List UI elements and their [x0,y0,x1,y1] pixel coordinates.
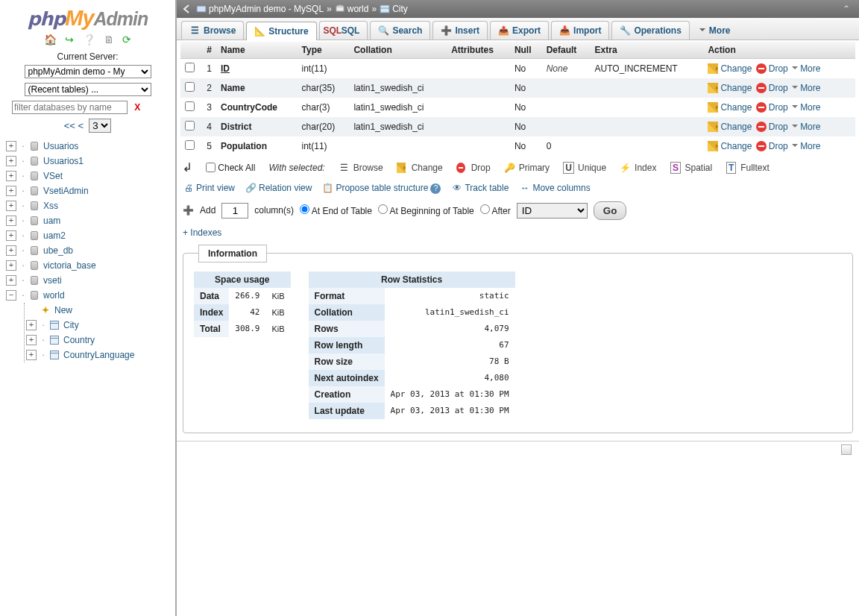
tree-expander[interactable]: + [6,230,16,241]
column-name[interactable]: Population [221,141,267,151]
tab-import[interactable]: 📥Import [551,21,609,40]
sql-doc-icon[interactable]: 🗎 [104,34,114,45]
after-column-select[interactable]: ID [517,203,588,219]
column-name[interactable]: ID [221,63,230,74]
ws-index[interactable]: ⚡Index [620,162,656,173]
ws-browse[interactable]: ☰Browse [339,162,383,173]
tree-item-vsetiadmin[interactable]: VsetiAdmin [43,186,89,196]
reload-icon[interactable]: ⟳ [122,34,131,45]
tree-item-vset[interactable]: VSet [43,171,63,181]
tree-expander[interactable]: + [6,156,16,166]
row-checkbox[interactable] [185,121,195,131]
tab-browse[interactable]: ☰Browse [181,21,244,40]
tree-expander[interactable]: + [26,320,37,330]
tree-item-usuarios[interactable]: Usuarios [43,141,78,151]
drop-link[interactable]: Drop [756,141,788,151]
column-name[interactable]: District [221,122,251,132]
at-end-radio[interactable] [300,204,309,214]
breadcrumb-table[interactable]: City [392,4,408,14]
indexes-toggle[interactable]: + Indexes [183,227,221,238]
filter-databases-input[interactable] [12,101,128,114]
tree-expander[interactable]: + [26,335,37,345]
more-link[interactable]: More [792,141,820,151]
breadcrumb-database[interactable]: world [347,4,369,14]
change-link[interactable]: Change [708,102,752,113]
relation-view-link[interactable]: 🔗Relation view [245,182,312,193]
logo[interactable]: phpMyAdmin [0,0,175,32]
tree-expander[interactable]: + [6,171,16,181]
tree-expander[interactable]: + [6,216,16,226]
tree-item-new[interactable]: New [54,305,72,315]
recent-tables-select[interactable]: (Recent tables) ... [25,83,151,96]
tree-expander[interactable]: + [6,141,16,151]
tab-insert[interactable]: ➕Insert [432,21,488,40]
go-button[interactable]: Go [594,201,627,220]
column-name[interactable]: CountryCode [221,102,277,113]
tab-structure[interactable]: 📐Structure [246,22,316,40]
tree-item-usuarios1[interactable]: Usuarios1 [43,156,84,166]
logout-icon[interactable]: ↪ [65,34,74,45]
back-icon[interactable] [181,4,192,14]
tree-item-countrylanguage[interactable]: CountryLanguage [63,350,134,360]
tab-export[interactable]: 📤Export [490,21,549,40]
pager-prev[interactable]: << < [64,120,84,131]
tree-expander[interactable]: + [6,275,16,286]
check-all-checkbox[interactable] [206,163,215,172]
home-icon[interactable]: 🏠 [44,34,57,45]
tree-item-ube_db[interactable]: ube_db [43,245,73,256]
add-count-input[interactable] [221,203,248,219]
tree-item-vseti[interactable]: vseti [43,275,62,286]
column-name[interactable]: Name [221,83,245,93]
breadcrumb-server[interactable]: phpMyAdmin demo - MySQL [209,4,324,14]
tree-item-uam[interactable]: uam [43,216,60,226]
row-checkbox[interactable] [185,101,195,111]
ws-primary[interactable]: 🔑Primary [504,162,550,173]
ws-drop[interactable]: Drop [456,162,491,173]
window-toggle-icon[interactable] [841,444,852,455]
help-icon[interactable]: ❔ [83,34,95,45]
more-link[interactable]: More [792,83,820,93]
ws-change[interactable]: Change [397,162,443,173]
drop-link[interactable]: Drop [756,83,788,93]
change-link[interactable]: Change [708,83,752,93]
tree-item-uam2[interactable]: uam2 [43,230,66,241]
tree-expander[interactable]: + [26,350,37,360]
tree-expander[interactable]: + [6,245,16,256]
tree-expander[interactable]: + [6,201,16,211]
collapse-caret-icon[interactable]: ⌃ [838,4,855,14]
tree-item-city[interactable]: City [63,320,79,330]
row-checkbox[interactable] [185,140,195,150]
drop-link[interactable]: Drop [756,122,788,132]
ws-spatial[interactable]: SSpatial [670,162,712,173]
at-begin-radio[interactable] [378,204,388,214]
help-icon[interactable]: ? [430,183,441,194]
more-link[interactable]: More [792,122,820,132]
print-view-link[interactable]: 🖨Print view [183,182,235,193]
tree-item-country[interactable]: Country [63,335,95,345]
change-link[interactable]: Change [708,63,752,74]
more-link[interactable]: More [792,102,820,113]
change-link[interactable]: Change [708,141,752,151]
ws-unique[interactable]: UUnique [563,162,606,173]
more-link[interactable]: More [792,63,820,74]
pager-page-select[interactable]: 3 [89,119,111,133]
row-checkbox[interactable] [185,82,195,92]
track-table-link[interactable]: 👁Track table [451,182,509,193]
move-columns-link[interactable]: ↔Move columns [519,182,590,193]
server-select[interactable]: phpMyAdmin demo - My [25,65,151,78]
ws-fulltext[interactable]: TFulltext [726,162,770,173]
drop-link[interactable]: Drop [756,102,788,113]
tree-item-victoria_base[interactable]: victoria_base [43,260,96,271]
tree-expander[interactable]: + [6,186,16,196]
tree-expander[interactable]: − [6,290,16,301]
propose-structure-link[interactable]: 📋Propose table structure? [322,182,441,194]
tree-item-xss[interactable]: Xss [43,201,58,211]
tree-expander[interactable]: + [6,260,16,271]
change-link[interactable]: Change [708,122,752,132]
tab-operations[interactable]: 🔧Operations [611,21,689,40]
tree-item-world[interactable]: world [43,290,65,301]
panel-divider[interactable] [175,0,177,616]
row-checkbox[interactable] [185,63,195,72]
tab-sql[interactable]: SQLSQL [319,21,368,40]
tab-search[interactable]: 🔍Search [370,21,430,40]
